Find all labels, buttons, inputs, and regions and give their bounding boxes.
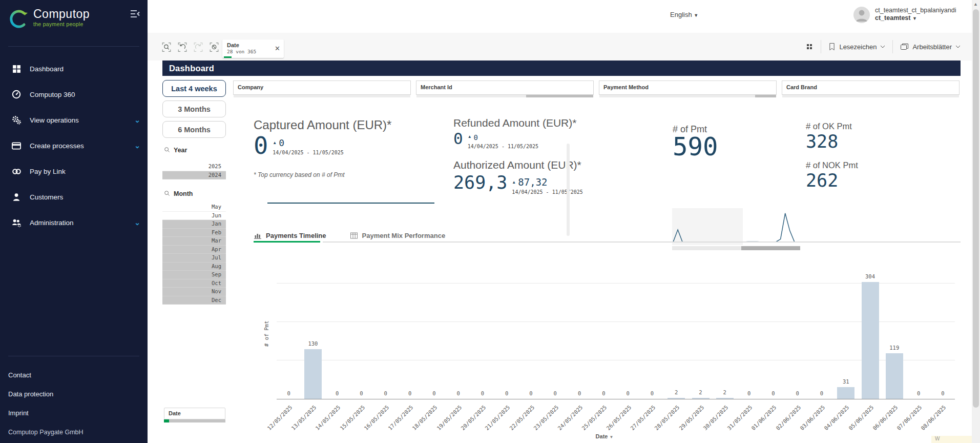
month-option-feb[interactable]: Feb [162,229,226,237]
chevron-down-icon: ▼ [912,16,917,21]
month-option-jan[interactable]: Jan [162,220,226,229]
search-selections-icon[interactable] [161,42,172,53]
sidebar-item-create-processes[interactable]: Create processes⌄ [0,133,148,158]
chevron-down-icon: ⌄ [134,117,140,123]
bar[interactable] [716,398,734,399]
card-icon [11,140,22,151]
month-option-apr[interactable]: Apr [162,246,226,254]
bar-value-label: 0 [806,390,837,396]
month-option-sep[interactable]: Sep [162,271,226,279]
selection-chip-indicator [224,56,232,58]
gridline [277,283,955,284]
sidebar-item-label: View operations [30,116,79,124]
trend-up-icon: ▲ [468,134,472,139]
sidebar-divider [8,46,139,47]
dashboard-icon [11,64,22,74]
filter-excluded-bar [755,95,776,97]
selection-chip-date[interactable]: Date 28 von 365 ✕ [222,39,284,58]
bar[interactable] [862,282,879,399]
sidebar-item-computop-360[interactable]: Computop 360 [0,82,148,107]
redo-selection-icon[interactable] [193,42,204,53]
captured-amount-kpi: 0 ▲0 14/04/2025 - 11/05/2025 [254,134,344,157]
close-icon[interactable]: ✕ [275,45,280,52]
bar[interactable] [304,349,322,399]
x-axis-dimension-selector[interactable]: Date ▼ [553,433,656,439]
sidebar-item-dashboard[interactable]: Dashboard [0,56,148,82]
bookmarks-button[interactable]: Lesezeichen [826,43,887,51]
clear-selections-icon[interactable] [208,42,220,53]
captured-amount-value: 0 [254,134,268,157]
bar-value-label: 119 [879,345,910,351]
scroll-up-icon[interactable]: ▲ [973,2,978,7]
page-scrollbar-thumb[interactable] [973,9,979,408]
filter-field-card-brand[interactable]: Card Brand [782,80,960,95]
sidebar-item-customers[interactable]: Customers [0,184,148,210]
sidebar-nav: DashboardComputop 360View operations⌄Cre… [0,56,148,235]
captured-comparison-range: 14/04/2025 - 11/05/2025 [273,150,343,155]
sheets-button[interactable]: Arbeitsblätter [898,43,963,51]
page-scrollbar[interactable]: ▲ [972,0,980,443]
search-icon [164,190,170,198]
x-axis-dimension-label: Date [596,433,608,439]
y-axis-title: # of Pmt [263,320,269,347]
month-option-oct[interactable]: Oct [162,279,226,288]
year-option-2024[interactable]: 2024 [162,171,226,180]
chevron-down-icon: ▼ [694,13,698,18]
month-option-dec[interactable]: Dec [162,296,226,305]
month-option-nov[interactable]: Nov [162,288,226,296]
sheet-content: Dashboard Last 4 weeks3 Months6 Months Y… [148,61,980,443]
year-filter-header[interactable]: Year [164,147,226,154]
refunded-amount-kpi: 0 ▲0 14/04/2025 - 11/05/2025 [453,131,538,149]
barchart-icon [254,232,262,239]
gauge-icon [11,89,22,99]
num-ok-pmt-value: 328 [806,133,838,150]
grid-insights-icon[interactable] [804,41,816,52]
sidebar-item-label: Dashboard [30,65,64,73]
footer-link-contact[interactable]: Contact [0,366,148,385]
filter-field-merchant-id[interactable]: Merchant Id [416,80,594,95]
gridline [277,321,955,322]
filter-field-label: Merchant Id [421,84,452,90]
refunded-amount-value: 0 [453,131,463,146]
filter-field-payment-method[interactable]: Payment Method [599,80,777,95]
authorized-amount-kpi: 269,3 ▲87,32 14/04/2025 - 11/05/2025 [453,174,583,195]
footer-link-imprint[interactable]: Imprint [0,404,148,422]
bar-value-label: 0 [927,390,958,396]
bar[interactable] [692,398,710,399]
time-button-3-months[interactable]: 3 Months [162,100,226,117]
kpi-panel-scrollbar[interactable] [567,144,570,236]
month-option-mar[interactable]: Mar [162,237,226,246]
date-filter-selected-bar [164,419,169,422]
collapse-sidebar-icon[interactable] [130,9,140,21]
undo-selection-icon[interactable] [177,42,188,53]
sidebar-footer: ContactData protectionImprint Computop P… [0,350,148,438]
sidebar-item-administration[interactable]: Administration⌄ [0,210,148,235]
bar-value-label: 0 [274,390,304,396]
filter-excluded-bar [526,95,593,97]
month-option-may[interactable]: May [162,203,226,212]
bar[interactable] [886,353,903,399]
avatar[interactable] [853,7,870,23]
user-menu[interactable]: ct_teamtest_ct_bpalaniyandi ct_teamtest … [875,7,956,23]
authorized-comparison-range: 14/04/2025 - 11/05/2025 [512,189,582,195]
bar[interactable] [837,387,854,399]
num-pmt-value: 590 [673,135,718,159]
month-option-jul[interactable]: Jul [162,254,226,263]
sidebar-item-pay-by-link[interactable]: Pay by Link [0,158,148,184]
filter-field-company[interactable]: Company [233,80,411,95]
time-button-6-months[interactable]: 6 Months [162,121,226,138]
time-button-last-4-weeks[interactable]: Last 4 weeks [162,80,226,97]
month-option-jun[interactable]: Jun [162,212,226,220]
num-ok-pmt-label: # of OK Pmt [806,122,852,131]
num-nok-pmt-value: 262 [806,172,838,189]
month-option-aug[interactable]: Aug [162,263,226,271]
footer-link-data-protection[interactable]: Data protection [0,385,148,404]
date-filter-box[interactable]: Date [164,408,225,422]
left-filter-column: Last 4 weeks3 Months6 Months Year 202520… [162,80,226,305]
language-selector[interactable]: English ▼ [670,11,698,18]
tab-label: Payment Mix Performance [362,232,446,239]
sidebar-item-view-operations[interactable]: View operations⌄ [0,107,148,133]
month-filter-header[interactable]: Month [164,190,226,197]
year-option-2025[interactable]: 2025 [162,163,226,171]
bar[interactable] [668,398,685,399]
